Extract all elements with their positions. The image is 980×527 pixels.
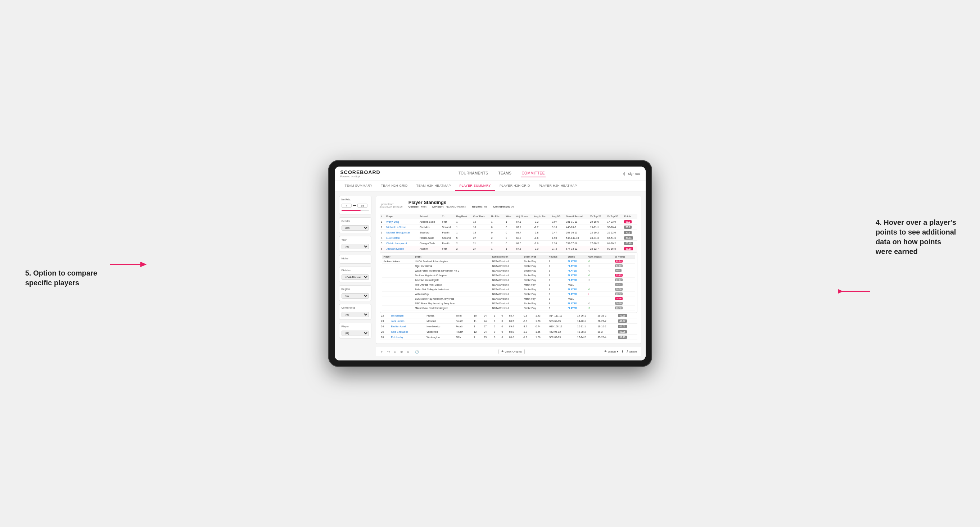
main-content: No Rds. – Gender Men <box>335 191 646 360</box>
col-conf-rank: Conf Rank <box>472 214 490 219</box>
nav-tab-tournaments[interactable]: TOURNAMENTS <box>458 170 489 177</box>
filter-division: Division: NCAA Division I <box>432 205 466 208</box>
sub-tab-team-h2h-grid[interactable]: TEAM H2H GRID <box>377 181 412 191</box>
sub-tab-player-h2h-grid[interactable]: PLAYER H2H GRID <box>495 181 535 191</box>
table-row-highlighted: 6 Jackson Kolson Auburn First 2 27 1 1 6… <box>380 246 637 251</box>
share-icon: ⤴ <box>627 350 628 353</box>
nav-tab-committee[interactable]: COMMITTEE <box>521 170 546 177</box>
view-icon: 👁 <box>501 350 504 353</box>
annotation-left: 5. Option to compare specific players <box>25 268 104 288</box>
year-select[interactable]: (All) <box>342 244 369 249</box>
tablet-frame: SCOREBOARD Powered by clippi TOURNAMENTS… <box>328 160 652 367</box>
logo-subtitle: Powered by clippi <box>340 175 380 178</box>
standings-title: Player Standings <box>409 200 637 205</box>
table-row: 5 Christo Lamprecht Georgia Tech Fourth … <box>380 241 637 246</box>
col-overall: Overall Record <box>565 214 589 219</box>
view-original-button[interactable]: 👁 View: Original <box>498 349 525 354</box>
toolbar-left: ↩ ↪ ⊞ ⊕ ⊖ · 🕐 <box>380 349 420 354</box>
nav-tab-teams[interactable]: TEAMS <box>497 170 512 177</box>
copy-button[interactable]: ⊕ <box>399 349 404 354</box>
standings-table: # Player School Yr Reg Rank Conf Rank No… <box>380 214 637 251</box>
col-avg-sg: Avg SG <box>550 214 565 219</box>
event-row: Jackson Kolson UNCW Seahawk Intercollegi… <box>382 259 635 264</box>
niche-filter: Niche <box>339 255 371 264</box>
watch-button[interactable]: 👁 Watch ▾ <box>604 350 618 353</box>
points-cell[interactable]: 88.2 <box>623 219 637 224</box>
rank-cell: 1 <box>380 219 385 224</box>
evt-col-type: Event Type <box>523 255 547 259</box>
col-adj-score: Adj. Score <box>515 214 533 219</box>
col-player: Player <box>385 214 418 219</box>
range-slider-fill <box>342 210 361 211</box>
filter-button[interactable]: ⊞ <box>393 349 397 354</box>
lower-standings-table: 22 Ian Gilligan Florida Third 10 24 1 0 … <box>380 313 637 340</box>
filter-region: Region: All <box>472 205 487 208</box>
points-cell[interactable]: 70.2 <box>623 230 637 235</box>
minus-button[interactable]: ⊖ · <box>406 349 412 354</box>
share-button[interactable]: ⤴ Share <box>627 350 637 353</box>
col-vs25: Vs Top 25 <box>589 214 606 219</box>
event-row: Williams Cup NCAA Division I Stroke Play… <box>382 292 635 297</box>
app-header: SCOREBOARD Powered by clippi TOURNAMENTS… <box>335 167 646 181</box>
gender-filter: Gender Men Women <box>339 217 371 233</box>
points-cell[interactable]: 39.95 <box>617 329 637 335</box>
event-row: SEC Stroke Play hosted by Jerry Pate NCA… <box>382 301 635 306</box>
player-name-cell: Wenyi Ding <box>385 219 418 224</box>
sub-tab-player-summary[interactable]: PLAYER SUMMARY <box>455 181 495 191</box>
event-row: Fallen Oak Collegiate Invitational NCAA … <box>382 287 635 292</box>
points-cell[interactable]: 68.94 <box>623 235 637 241</box>
arrow-left <box>106 254 150 275</box>
region-filter: Region N/A <box>339 285 371 301</box>
points-cell[interactable]: 38.49 <box>617 335 637 340</box>
undo-button[interactable]: ↩ <box>380 349 384 354</box>
points-cell[interactable]: 76.2 <box>623 224 637 230</box>
event-row: Southern Highlands Collegiate NCAA Divis… <box>382 273 635 278</box>
table-row: 22 Ian Gilligan Florida Third 10 24 1 0 … <box>380 313 637 318</box>
points-cell[interactable]: 40.02 <box>617 324 637 329</box>
download-button[interactable]: ⬇ <box>621 350 624 353</box>
table-row: 23 Jack Lundin Missouri Fourth 11 24 0 0… <box>380 318 637 324</box>
rds-min-input[interactable] <box>342 203 352 208</box>
col-to-par: Avg to Par <box>533 214 550 219</box>
gender-select[interactable]: Men Women <box>342 225 369 230</box>
sub-tab-team-summary[interactable]: TEAM SUMMARY <box>340 181 377 191</box>
event-row: SEC Match Play hosted by Jerry Pate NCAA… <box>382 297 635 301</box>
standings-card: Update time: 27/01/2024 16:56:26 Player … <box>376 196 641 344</box>
filter-conference: Conference: All <box>493 205 515 208</box>
tablet-screen: SCOREBOARD Powered by clippi TOURNAMENTS… <box>335 167 646 360</box>
logo-title: SCOREBOARD <box>340 170 380 175</box>
sub-tab-team-h2h-heatmap[interactable]: TEAM H2H HEATMAP <box>412 181 455 191</box>
table-row: 4 Luke Claton Florida State Second 5 27 … <box>380 235 637 241</box>
rds-max-input[interactable] <box>357 203 368 208</box>
player-select[interactable]: (All) <box>342 330 369 336</box>
points-cell[interactable]: 40.58 <box>617 313 637 318</box>
evt-col-player: Player <box>382 255 414 259</box>
col-no-rds: No Rds. <box>490 214 504 219</box>
event-popup: Player Event Event Division Event Type R… <box>380 252 637 313</box>
school-cell: Arizona State <box>418 219 441 224</box>
points-cell-active[interactable]: 58.18 <box>623 246 637 251</box>
standings-title-block: Player Standings Gender: Men Division: N… <box>409 200 637 211</box>
division-select[interactable]: NCAA Division I <box>342 275 369 280</box>
no-rds-label: No Rds. <box>342 198 369 201</box>
conference-select[interactable]: (All) <box>342 312 369 317</box>
col-yr: Yr <box>441 214 455 219</box>
sub-tab-player-h2h-heatmap[interactable]: PLAYER H2H HEATMAP <box>535 181 581 191</box>
sign-out-link[interactable]: Sign out <box>628 172 640 176</box>
update-time-label: Update time: 27/01/2024 16:56:26 <box>380 203 403 208</box>
table-header-row: # Player School Yr Reg Rank Conf Rank No… <box>380 214 637 219</box>
event-row: Wake Forest Invitational at Pinehurst No… <box>382 268 635 273</box>
range-slider[interactable] <box>342 210 369 211</box>
redo-button[interactable]: ↪ <box>387 349 391 354</box>
page-wrapper: 5. Option to compare specific players SC… <box>14 160 966 367</box>
points-cell[interactable]: 40.27 <box>617 318 637 324</box>
points-cell[interactable]: 60.49 <box>623 241 637 246</box>
year-filter: Year (All) <box>339 236 371 252</box>
right-panel: Update time: 27/01/2024 16:56:26 Player … <box>376 196 641 356</box>
evt-col-event: Event <box>414 255 491 259</box>
nav-tabs: TOURNAMENTS TEAMS COMMITTEE <box>458 170 546 177</box>
evt-col-division: Event Division <box>491 255 523 259</box>
clock-button[interactable]: 🕐 <box>414 349 420 354</box>
region-label: Region <box>342 288 369 290</box>
region-select[interactable]: N/A <box>342 293 369 298</box>
